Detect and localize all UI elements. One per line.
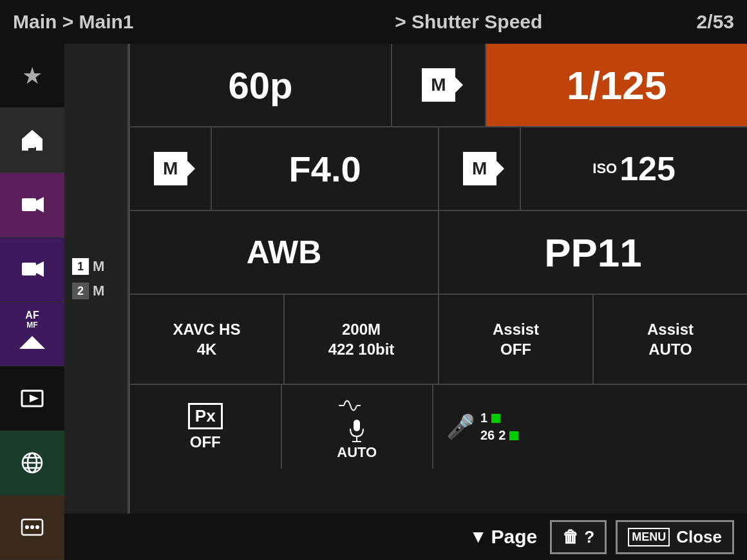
iso-label: ISO — [592, 160, 617, 177]
menu-close-button[interactable]: MENU Close — [616, 520, 734, 554]
help-icon: ? — [584, 527, 594, 547]
memory-slots: 1 M 2 M — [64, 44, 129, 514]
slot-1-number: 1 — [72, 258, 89, 275]
globe-icon — [19, 450, 45, 476]
sidebar-item-globe[interactable] — [0, 431, 64, 496]
shutter-speed-value: 1/125 — [567, 62, 667, 108]
main-layout: ★ + — [0, 44, 747, 560]
sidebar-item-star[interactable]: ★ — [0, 44, 64, 108]
page-label: Page — [491, 526, 538, 548]
px-value: OFF — [190, 433, 221, 451]
iso-cell[interactable]: ISO 125 — [521, 127, 747, 210]
shutter-m-icon: M — [422, 68, 455, 102]
bitrate-cell[interactable]: 200M 422 10bit — [285, 295, 439, 384]
header-section: > Shutter Speed — [241, 11, 697, 33]
page-button[interactable]: ▼ Page — [469, 526, 537, 548]
sidebar-item-home[interactable] — [0, 108, 64, 173]
af-mf-label: AF MF — [19, 310, 45, 357]
sidebar-item-af-mf[interactable]: AF MF — [0, 302, 64, 366]
mic-area: 🎤 1 26 2 — [446, 411, 518, 443]
menu-label: MENU — [628, 528, 670, 546]
svg-point-20 — [30, 525, 34, 529]
codec-line2: 4K — [197, 339, 217, 359]
assist-auto-cell[interactable]: Assist AUTO — [594, 295, 747, 384]
level-1-indicator — [491, 414, 500, 423]
px-cell[interactable]: Px OFF — [130, 385, 282, 469]
assist1-label: Assist — [493, 319, 539, 339]
framerate-cell[interactable]: 60p — [130, 44, 392, 126]
page-indicator: 2/53 — [697, 11, 734, 33]
grid-container: 60p M 1/125 M — [129, 44, 747, 514]
trash-icon: 🗑 — [562, 527, 579, 547]
pp-value: PP11 — [544, 230, 642, 275]
level-numbers: 1 26 2 — [480, 411, 518, 443]
trash-help-button[interactable]: 🗑 ? — [550, 520, 607, 554]
iso-m-icon: M — [463, 152, 496, 185]
bottom-bar: ▼ Page 🗑 ? MENU Close — [64, 514, 747, 560]
home-icon — [19, 127, 45, 153]
sidebar-item-tools[interactable] — [0, 496, 64, 560]
wb-value: AWB — [247, 234, 322, 271]
px-box: Px — [188, 403, 223, 429]
codec-line1: XAVC HS — [173, 319, 241, 339]
sidebar-item-custom[interactable]: + — [0, 238, 64, 302]
codec-cell[interactable]: XAVC HS 4K — [130, 295, 285, 384]
sidebar-item-playback[interactable] — [0, 366, 64, 431]
aperture-cell[interactable]: F4.0 — [212, 127, 439, 210]
svg-text:+: + — [21, 256, 25, 265]
svg-rect-3 — [26, 142, 35, 148]
svg-rect-5 — [22, 198, 36, 211]
assist1-value: OFF — [500, 339, 531, 359]
iso-m-icon-cell[interactable]: M — [439, 127, 521, 210]
svg-point-21 — [35, 525, 39, 529]
wb-cell[interactable]: AWB — [130, 211, 439, 294]
svg-rect-7 — [22, 263, 36, 275]
row-wb-pp: AWB PP11 — [130, 211, 747, 295]
audio-wave-icon — [337, 393, 376, 418]
assist-off-cell[interactable]: Assist OFF — [439, 295, 594, 384]
aperture-m-icon-cell[interactable]: M — [130, 127, 212, 210]
top-header: Main > Main1 > Shutter Speed 2/53 — [0, 0, 747, 44]
audio-mic-icon — [347, 418, 366, 444]
shutter-speed-cell[interactable]: 1/125 — [486, 44, 747, 126]
memory-slot-2[interactable]: 2 M — [72, 283, 120, 299]
content-area: 1 M 2 M 60p M — [64, 44, 747, 560]
star-icon: ★ — [22, 62, 43, 89]
assist2-label: Assist — [647, 319, 694, 339]
shutter-m-icon-cell[interactable]: M — [392, 44, 487, 126]
level-2-number: 2 — [498, 428, 506, 443]
memory-slot-1[interactable]: 1 M — [72, 258, 120, 275]
level-2-indicator — [509, 431, 518, 440]
slot-2-number: 2 — [72, 283, 89, 299]
level-row-2: 26 2 — [480, 428, 518, 443]
row-codec: XAVC HS 4K 200M 422 10bit Assist OFF Ass… — [130, 295, 747, 385]
svg-rect-24 — [354, 420, 360, 431]
row-px-audio: Px OFF — [130, 385, 747, 469]
svg-marker-6 — [36, 197, 44, 212]
content-row: 1 M 2 M 60p M — [64, 44, 747, 514]
bitrate-line2: 422 10bit — [328, 339, 395, 359]
video-icon — [19, 192, 45, 218]
aperture-value: F4.0 — [289, 148, 361, 190]
iso-value: 125 — [619, 149, 676, 188]
aperture-m-icon: M — [154, 152, 187, 185]
svg-point-19 — [25, 525, 29, 529]
pp-cell[interactable]: PP11 — [439, 211, 747, 294]
level-row-1: 1 — [480, 411, 518, 425]
playback-icon — [19, 386, 45, 411]
bitrate-line1: 200M — [342, 319, 381, 339]
page-triangle-icon: ▼ — [469, 527, 487, 547]
mic-icon: 🎤 — [446, 413, 475, 440]
level-1-number: 1 — [480, 411, 487, 425]
slot-2-label: M — [93, 283, 104, 299]
row-aperture-iso: M F4.0 M ISO 125 — [130, 127, 747, 211]
audio-cell[interactable]: AUTO — [282, 385, 434, 469]
sidebar: ★ + — [0, 44, 64, 560]
custom-icon: + — [19, 256, 45, 282]
level-value: 26 — [480, 428, 495, 443]
mic-levels-cell: 🎤 1 26 2 — [433, 385, 747, 469]
svg-marker-10 — [19, 336, 45, 349]
assist2-value: AUTO — [648, 339, 692, 359]
sidebar-item-video[interactable] — [0, 173, 64, 238]
px-label: Px — [195, 406, 216, 425]
